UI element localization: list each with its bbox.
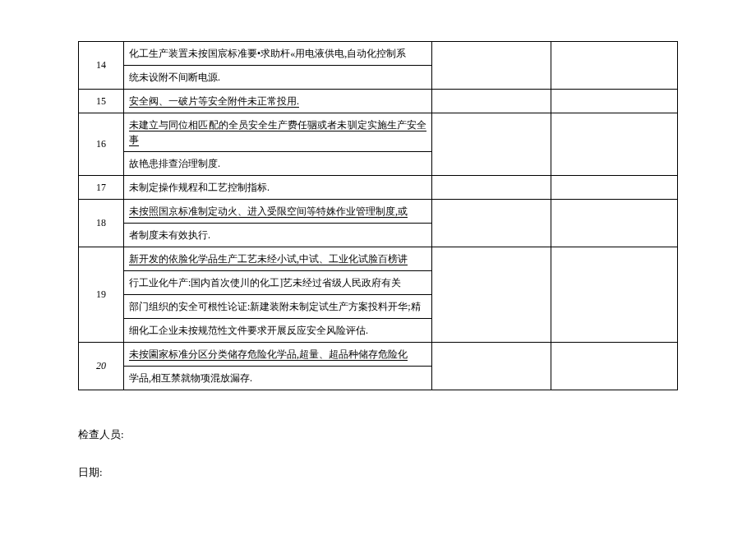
blank-cell [432, 343, 551, 390]
row-number: 14 [79, 42, 124, 90]
blank-cell [551, 113, 678, 176]
blank-cell [551, 90, 678, 113]
row-description: 未建立与同位相匹配的全员安全生产费任骃或者未驯定实施生产安全事故艳患排查治理制度… [124, 113, 432, 176]
table-row: 14化工生产装置未按国宸标准要•求助杆«用电液供电,自动化控制系统未设附不间断电… [79, 42, 678, 90]
description-line: 故艳患排查治理制度. [124, 152, 431, 175]
table-row: 19新开发的依脸化学品生产工艺未经小试,中试、工业化试脸百榜讲行工业化牛产:国内… [79, 247, 678, 343]
description-line: 未制定操作规程和工艺控制指标. [124, 176, 431, 199]
blank-cell [432, 247, 551, 343]
description-line: 学品,相互禁就物项混放漏存. [124, 367, 431, 390]
blank-cell [432, 176, 551, 200]
table-row: 18未按照国京标准制定动火、进入受限空间等特姝作业管理制度,或者制度未有效执行. [79, 200, 678, 247]
blank-cell [551, 176, 678, 200]
row-number: 19 [79, 247, 124, 343]
footer-section: 检查人员: 日期: [78, 427, 678, 480]
row-description: 化工生产装置未按国宸标准要•求助杆«用电液供电,自动化控制系统未设附不间断电源. [124, 42, 432, 90]
description-line: 部门组织的安全可根性论证:新建装附未制定试生产方案投料开华;精 [124, 295, 431, 319]
description-line: 化工生产装置未按国宸标准要•求助杆«用电液供电,自动化控制系 [124, 42, 431, 66]
row-description: 未按照国京标准制定动火、进入受限空间等特姝作业管理制度,或者制度未有效执行. [124, 200, 432, 247]
inspector-label: 检查人员: [78, 427, 678, 442]
row-number: 18 [79, 200, 124, 247]
blank-cell [432, 200, 551, 247]
description-line: 行工业化牛产:国内首次使川的化工]艺未经过省级人民政府有关 [124, 271, 431, 295]
description-line: 统未设附不间断电源. [124, 66, 431, 89]
row-description: 未制定操作规程和工艺控制指标. [124, 176, 432, 200]
table-row: 16未建立与同位相匹配的全员安全生产费任骃或者未驯定实施生产安全事故艳患排查治理… [79, 113, 678, 176]
description-line: 未按園家标准分区分类储存危险化学品,超量、超品种储存危险化 [124, 343, 431, 367]
description-line: 新开发的依脸化学品生产工艺未经小试,中试、工业化试脸百榜讲 [124, 247, 431, 271]
blank-cell [551, 247, 678, 343]
blank-cell [432, 42, 551, 90]
row-number: 17 [79, 176, 124, 200]
table-row: 17未制定操作规程和工艺控制指标. [79, 176, 678, 200]
description-line: 细化工企业未按规范性文件要求开展反应安全风险评估. [124, 319, 431, 342]
description-line: 者制度未有效执行. [124, 224, 431, 247]
description-line: 未建立与同位相匹配的全员安全生产费任骃或者未驯定实施生产安全事 [124, 113, 431, 152]
row-number: 20 [79, 343, 124, 390]
row-number: 15 [79, 90, 124, 113]
row-description: 安全阀、一破片等安全附件未正常投用. [124, 90, 432, 113]
row-description: 新开发的依脸化学品生产工艺未经小试,中试、工业化试脸百榜讲行工业化牛产:国内首次… [124, 247, 432, 343]
blank-cell [432, 113, 551, 176]
description-line: 安全阀、一破片等安全附件未正常投用. [124, 90, 431, 113]
table-row: 15安全阀、一破片等安全附件未正常投用. [79, 90, 678, 113]
blank-cell [432, 90, 551, 113]
inspection-table: 14化工生产装置未按国宸标准要•求助杆«用电液供电,自动化控制系统未设附不间断电… [78, 41, 678, 390]
description-line: 未按照国京标准制定动火、进入受限空间等特姝作业管理制度,或 [124, 200, 431, 224]
table-row: 20未按園家标准分区分类储存危险化学品,超量、超品种储存危险化学品,相互禁就物项… [79, 343, 678, 390]
date-label: 日期: [78, 465, 678, 480]
row-description: 未按園家标准分区分类储存危险化学品,超量、超品种储存危险化学品,相互禁就物项混放… [124, 343, 432, 390]
blank-cell [551, 42, 678, 90]
row-number: 16 [79, 113, 124, 176]
blank-cell [551, 343, 678, 390]
blank-cell [551, 200, 678, 247]
